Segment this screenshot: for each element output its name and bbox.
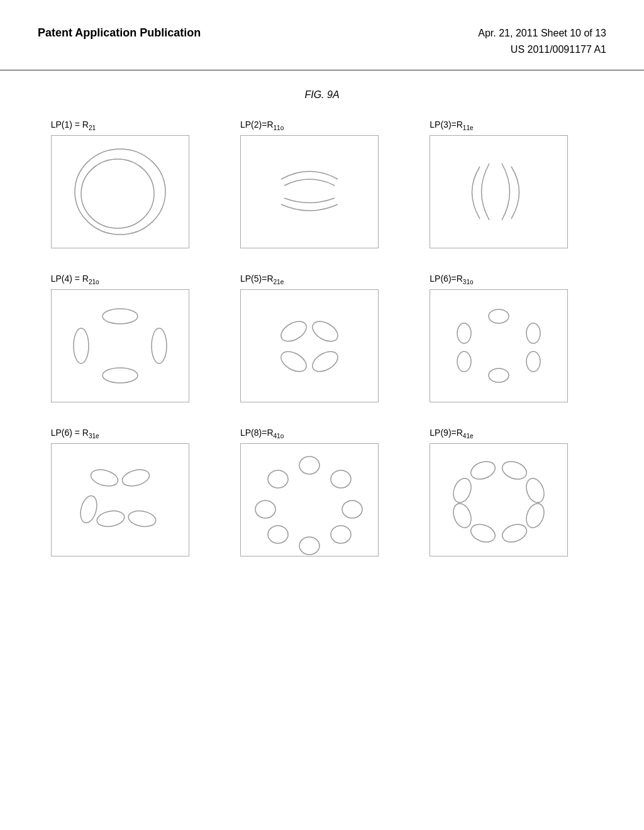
diagram-lp5 bbox=[240, 289, 379, 402]
svg-point-36 bbox=[450, 475, 474, 504]
svg-point-25 bbox=[299, 537, 319, 555]
svg-point-3 bbox=[103, 368, 138, 383]
cell-lp4-label: LP(4) = R21o bbox=[51, 274, 99, 285]
svg-point-35 bbox=[450, 501, 474, 529]
svg-point-8 bbox=[277, 348, 309, 376]
cell-lp9: LP(9)=R41e bbox=[430, 428, 593, 556]
cell-lp2: LP(2)=R11o bbox=[240, 119, 404, 248]
svg-point-5 bbox=[152, 328, 167, 363]
diagram-row-1: LP(1) = R21 LP(2)=R11o bbox=[0, 113, 644, 255]
svg-point-29 bbox=[469, 458, 497, 482]
svg-point-4 bbox=[74, 328, 89, 363]
svg-point-33 bbox=[500, 521, 529, 545]
page-header: Patent Application Publication Apr. 21, … bbox=[0, 0, 644, 70]
svg-point-31 bbox=[523, 475, 547, 504]
header-right-text: Apr. 21, 2011 Sheet 10 of 13 US 2011/009… bbox=[478, 25, 606, 57]
cell-lp2-label: LP(2)=R11o bbox=[240, 119, 284, 131]
svg-point-32 bbox=[523, 501, 547, 529]
svg-point-2 bbox=[103, 309, 138, 324]
cell-lp5: LP(5)=R21e bbox=[240, 274, 404, 402]
svg-point-12 bbox=[526, 351, 540, 372]
header-left-text: Patent Application Publication bbox=[38, 25, 201, 41]
diagram-lp1 bbox=[51, 135, 189, 248]
svg-point-24 bbox=[331, 526, 351, 543]
svg-point-9 bbox=[309, 348, 341, 376]
svg-point-11 bbox=[526, 323, 540, 343]
svg-point-18 bbox=[77, 494, 99, 524]
svg-point-13 bbox=[489, 368, 509, 382]
diagram-row-2: LP(4) = R21o LP(5)=R21e bbox=[0, 267, 644, 409]
diagram-lp6e bbox=[51, 443, 189, 556]
svg-point-26 bbox=[268, 526, 288, 543]
cell-lp6: LP(6)=R31o bbox=[430, 274, 593, 402]
cell-lp1-label: LP(1) = R21 bbox=[51, 119, 96, 131]
cell-lp6-label: LP(6)=R31o bbox=[430, 274, 473, 285]
svg-point-14 bbox=[457, 351, 471, 372]
svg-point-10 bbox=[489, 309, 509, 323]
diagram-lp6 bbox=[430, 289, 568, 402]
diagram-lp4 bbox=[51, 289, 189, 402]
svg-point-19 bbox=[96, 509, 125, 528]
diagram-lp9 bbox=[430, 443, 568, 556]
cell-lp9-label: LP(9)=R41e bbox=[430, 428, 473, 440]
cell-lp8: LP(8)=R41o bbox=[240, 428, 404, 556]
svg-point-1 bbox=[81, 159, 154, 228]
svg-point-7 bbox=[309, 318, 341, 346]
figure-title: FIG. 9A bbox=[0, 89, 644, 101]
svg-point-22 bbox=[331, 470, 351, 488]
diagram-lp8 bbox=[240, 443, 379, 556]
svg-point-20 bbox=[127, 509, 157, 528]
cell-lp3: LP(3)=R11e bbox=[430, 119, 593, 248]
svg-point-15 bbox=[457, 323, 471, 343]
svg-point-17 bbox=[120, 467, 151, 489]
cell-lp3-label: LP(3)=R11e bbox=[430, 119, 473, 131]
svg-point-34 bbox=[469, 521, 497, 545]
cell-lp4: LP(4) = R21o bbox=[51, 274, 214, 402]
svg-point-27 bbox=[255, 501, 275, 518]
svg-point-21 bbox=[299, 456, 319, 474]
cell-lp8-label: LP(8)=R41o bbox=[240, 428, 284, 440]
diagram-row-3: LP(6) = R31e LP(8)=R41o bbox=[0, 421, 644, 563]
svg-point-16 bbox=[89, 467, 119, 489]
svg-point-23 bbox=[342, 501, 362, 518]
cell-lp1: LP(1) = R21 bbox=[51, 119, 214, 248]
cell-lp6e: LP(6) = R31e bbox=[51, 428, 214, 556]
svg-point-30 bbox=[500, 458, 529, 482]
diagram-lp2 bbox=[240, 135, 379, 248]
svg-point-0 bbox=[75, 149, 165, 235]
diagram-lp3 bbox=[430, 135, 568, 248]
cell-lp6e-label: LP(6) = R31e bbox=[51, 428, 99, 440]
svg-point-28 bbox=[268, 470, 288, 488]
svg-point-6 bbox=[277, 318, 309, 346]
cell-lp5-label: LP(5)=R21e bbox=[240, 274, 284, 285]
